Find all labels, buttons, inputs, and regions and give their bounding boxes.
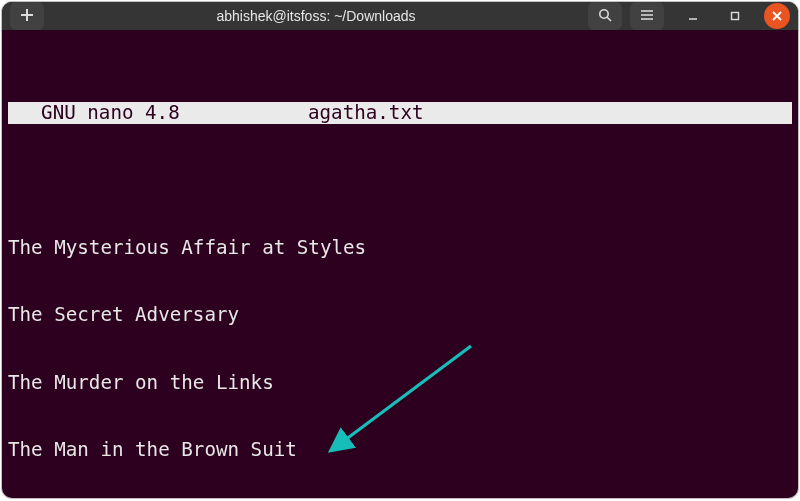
plus-icon: [20, 7, 34, 26]
minimize-button[interactable]: [680, 3, 706, 29]
nano-header: GNU nano 4.8 agatha.txt: [8, 102, 792, 125]
close-icon: [771, 7, 783, 26]
file-content: The Mysterious Affair at Styles The Secr…: [8, 192, 792, 499]
nano-filename: agatha.txt: [308, 102, 792, 125]
file-line: The Secret Adversary: [8, 304, 792, 327]
terminal-window: abhishek@itsfoss: ~/Downloads: [2, 2, 798, 498]
terminal-area[interactable]: GNU nano 4.8 agatha.txt The Mysterious A…: [2, 30, 798, 498]
maximize-button[interactable]: [722, 3, 748, 29]
search-icon: [598, 7, 612, 26]
file-line: The Murder on the Links: [8, 372, 792, 395]
search-button[interactable]: [588, 2, 622, 30]
maximize-icon: [729, 7, 741, 26]
close-button[interactable]: [764, 3, 790, 29]
titlebar: abhishek@itsfoss: ~/Downloads: [2, 2, 798, 30]
minimize-icon: [687, 7, 699, 26]
file-line: The Man in the Brown Suit: [8, 439, 792, 462]
menu-button[interactable]: [630, 2, 664, 30]
svg-point-0: [600, 9, 608, 17]
hamburger-icon: [640, 7, 654, 26]
svg-rect-1: [732, 12, 739, 19]
window-title: abhishek@itsfoss: ~/Downloads: [52, 8, 580, 24]
new-tab-button[interactable]: [10, 2, 44, 30]
file-line: The Mysterious Affair at Styles: [8, 237, 792, 260]
nano-app-name: GNU nano 4.8: [8, 102, 308, 125]
